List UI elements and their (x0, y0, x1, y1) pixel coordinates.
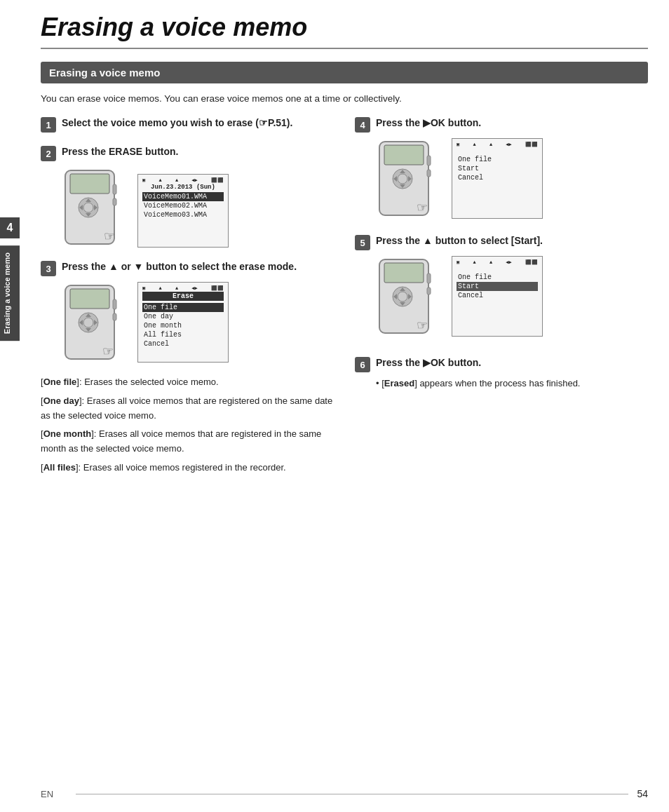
chapter-number: 4 (0, 217, 20, 238)
step-6: 6 Press the ▶OK button. • [Erased] appea… (355, 356, 648, 388)
svg-rect-31 (427, 170, 431, 177)
svg-rect-12 (70, 289, 109, 309)
step-6-note: • [Erased] appears when the process has … (376, 378, 648, 388)
svg-rect-19 (113, 299, 116, 309)
step-2: 2 Press the ERASE button. (41, 145, 334, 248)
page-footer: EN 54 (20, 788, 669, 799)
step-3-screen: ▣▲▲◀▶⬛⬛ Erase One file One day One month… (137, 282, 229, 363)
section-header: Erasing a voice memo (41, 62, 648, 83)
step-4-devices: ☞ ▣▲▲◀▶⬛⬛ One file Start Cancel (376, 138, 648, 219)
intro-text: You can erase voice memos. You can erase… (41, 93, 648, 104)
svg-text:☞: ☞ (417, 201, 428, 215)
svg-text:☞: ☞ (104, 229, 115, 243)
footer-page-number: 54 (637, 788, 648, 799)
step-2-recorder: ☞ (62, 167, 132, 248)
svg-point-14 (83, 318, 93, 327)
step-3-number: 3 (41, 261, 56, 276)
svg-rect-34 (384, 263, 424, 283)
svg-rect-1 (70, 174, 109, 194)
chapter-label: Erasing a voice memo (0, 245, 20, 341)
step-4-number: 4 (355, 117, 370, 133)
step-4: 4 Press the ▶OK button. (355, 116, 648, 219)
svg-text:☞: ☞ (102, 344, 114, 358)
step-4-title: Press the ▶OK button. (376, 116, 481, 130)
erase-descriptions: [One file]: Erases the selected voice me… (41, 375, 334, 475)
svg-rect-30 (427, 156, 431, 165)
svg-point-3 (83, 203, 93, 212)
step-3-title: Press the ▲ or ▼ button to select the er… (62, 260, 297, 274)
svg-rect-20 (113, 313, 116, 320)
step-1-number: 1 (41, 117, 56, 133)
svg-rect-41 (427, 273, 431, 283)
footer-lang: EN (41, 789, 53, 799)
page-title: Erasing a voice memo (41, 0, 648, 49)
svg-text:☞: ☞ (417, 318, 428, 332)
step-2-devices: ☞ ▣▲▲◀▶⬛⬛ Jun.23.2013 (Sun) VoiceMemo01.… (62, 167, 334, 248)
step-5: 5 Press the ▲ button to select [Start]. (355, 234, 648, 337)
step-1: 1 Select the voice memo you wish to eras… (41, 116, 334, 133)
step-4-recorder: ☞ (376, 138, 446, 219)
step-4-screen: ▣▲▲◀▶⬛⬛ One file Start Cancel (452, 138, 543, 219)
svg-rect-9 (113, 198, 116, 205)
step-5-screen: ▣▲▲◀▶⬛⬛ One file Start Cancel (452, 256, 543, 337)
svg-rect-23 (384, 145, 424, 165)
svg-rect-42 (427, 287, 431, 295)
svg-point-36 (398, 292, 407, 302)
step-5-recorder: ☞ (376, 256, 446, 337)
step-1-title: Select the voice memo you wish to erase … (62, 116, 292, 130)
step-2-title: Press the ERASE button. (62, 145, 178, 159)
step-3-recorder: ☞ (62, 282, 132, 363)
step-2-number: 2 (41, 146, 56, 161)
svg-rect-8 (113, 184, 116, 194)
step-5-title: Press the ▲ button to select [Start]. (376, 234, 543, 248)
step-5-devices: ☞ ▣▲▲◀▶⬛⬛ One file Start Cancel (376, 256, 648, 337)
step-5-number: 5 (355, 235, 370, 250)
footer-divider (76, 794, 628, 794)
step-2-screen: ▣▲▲◀▶⬛⬛ Jun.23.2013 (Sun) VoiceMemo01.WM… (137, 174, 229, 248)
step-3: 3 Press the ▲ or ▼ button to select the … (41, 260, 334, 363)
svg-point-25 (398, 174, 407, 184)
step-3-devices: ☞ ▣▲▲◀▶⬛⬛ Erase One file One day One mon… (62, 282, 334, 363)
step-6-number: 6 (355, 357, 370, 372)
step-6-title: Press the ▶OK button. (376, 356, 481, 370)
